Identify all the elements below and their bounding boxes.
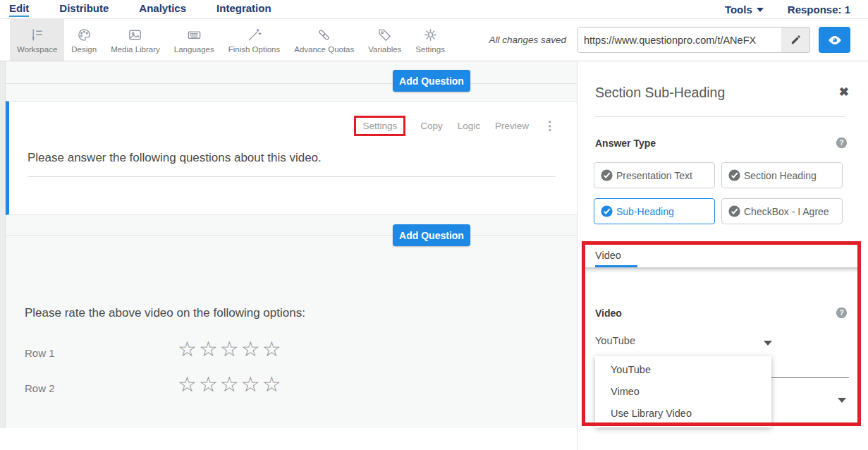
panel-title: Section Sub-Heading	[595, 85, 725, 101]
toolbar-item-design[interactable]: Design	[64, 19, 104, 61]
check-circle-icon	[728, 169, 740, 181]
add-question-button-middle[interactable]: Add Question	[393, 224, 470, 246]
response-count[interactable]: Response: 1	[788, 4, 850, 16]
star-icon[interactable]: ☆	[241, 339, 260, 360]
pencil-icon	[790, 34, 802, 46]
tab-video[interactable]: Video	[595, 250, 621, 261]
question-settings-button[interactable]: Settings	[354, 116, 405, 136]
star-icon[interactable]: ☆	[220, 374, 239, 395]
tools-label: Tools	[725, 4, 752, 16]
question-preview-button[interactable]: Preview	[495, 121, 529, 131]
svg-text:?: ?	[839, 309, 843, 317]
star-icon[interactable]: ☆	[178, 339, 197, 360]
nav-tab-integration[interactable]: Integration	[216, 2, 271, 17]
help-icon[interactable]: ?	[836, 307, 848, 319]
check-circle-icon	[601, 169, 613, 181]
toolbar-item-settings[interactable]: Settings	[408, 19, 452, 61]
chevron-down-icon[interactable]	[838, 398, 846, 403]
answer-type-label: Answer Type	[595, 138, 656, 149]
dropdown-option-youtube[interactable]: YouTube	[595, 359, 771, 381]
toolbar-item-workspace[interactable]: Workspace	[10, 19, 64, 61]
toolbar-item-variables[interactable]: Variables	[361, 19, 408, 61]
languages-keyboard-icon	[186, 27, 202, 43]
check-circle-icon	[728, 205, 740, 217]
answer-type-option-label: Section Heading	[744, 170, 817, 181]
question-action-menu: Settings Copy Logic Preview ⋮	[354, 118, 556, 133]
toolbar-item-label: Settings	[415, 45, 445, 54]
settings-gear-icon	[422, 27, 439, 43]
question-copy-button[interactable]: Copy	[420, 121, 443, 131]
edit-url-button[interactable]	[781, 28, 809, 52]
canvas-left-gutter	[0, 61, 6, 428]
top-nav-right: Tools Response: 1	[725, 4, 868, 16]
toolbar-spacer	[452, 19, 489, 61]
rating-row2-label: Row 2	[25, 382, 55, 394]
star-icon[interactable]: ☆	[199, 339, 218, 360]
dropdown-option-vimeo[interactable]: Vimeo	[595, 381, 771, 403]
add-question-button-top[interactable]: Add Question	[393, 70, 470, 92]
workspace-icon	[29, 27, 45, 43]
chevron-down-icon[interactable]	[764, 341, 772, 346]
question1-underline	[27, 176, 556, 177]
top-nav: Edit Distribute Analytics Integration To…	[0, 0, 868, 19]
star-icon[interactable]: ☆	[220, 339, 239, 360]
variables-tag-icon	[377, 27, 393, 43]
rating-row1-label: Row 1	[25, 347, 55, 359]
kebab-menu-icon[interactable]: ⋮	[544, 118, 556, 133]
video-source-dropdown: YouTube Vimeo Use Library Video	[595, 356, 771, 427]
toolbar-item-advance-quotas[interactable]: Advance Quotas	[287, 19, 361, 61]
toolbar-item-finish-options[interactable]: Finish Options	[221, 19, 288, 61]
help-icon[interactable]: ?	[836, 137, 848, 149]
svg-text:?: ?	[839, 139, 843, 147]
rating-row2-stars: ☆ ☆ ☆ ☆ ☆	[178, 374, 281, 395]
question-logic-button[interactable]: Logic	[458, 121, 480, 131]
panel-divider	[595, 116, 845, 117]
toolbar-item-media-library[interactable]: Media Library	[104, 19, 167, 61]
answer-type-section-heading[interactable]: Section Heading	[721, 162, 843, 188]
editor-toolbar: Workspace Design Media Library Languages	[0, 19, 868, 61]
tools-menu[interactable]: Tools	[725, 4, 764, 16]
toolbar-item-label: Media Library	[111, 45, 160, 54]
tabbar-shadow	[585, 269, 859, 273]
answer-type-sub-heading[interactable]: Sub-Heading	[594, 198, 715, 224]
star-icon[interactable]: ☆	[262, 374, 281, 395]
survey-url-group	[577, 27, 810, 53]
nav-tab-analytics[interactable]: Analytics	[139, 2, 186, 17]
survey-url-input[interactable]	[578, 28, 781, 52]
answer-type-presentation-text[interactable]: Presentation Text	[594, 162, 715, 188]
nav-tab-distribute[interactable]: Distribute	[59, 2, 109, 17]
question2-text[interactable]: Please rate the above video on the follo…	[25, 306, 305, 320]
video-source-label: Video	[595, 308, 622, 319]
question-block-selected[interactable]: Settings Copy Logic Preview ⋮ Please ans…	[6, 101, 577, 215]
save-status: All changes saved	[489, 35, 566, 45]
rating-row1-stars: ☆ ☆ ☆ ☆ ☆	[178, 339, 281, 360]
star-icon[interactable]: ☆	[199, 374, 218, 395]
star-icon[interactable]: ☆	[262, 339, 281, 360]
chevron-down-icon	[757, 8, 764, 12]
toolbar-item-languages[interactable]: Languages	[167, 19, 221, 61]
star-icon[interactable]: ☆	[178, 374, 197, 395]
advance-quotas-link-icon	[316, 27, 332, 43]
survey-canvas: Add Question Settings Copy Logic Preview…	[0, 61, 577, 450]
media-library-icon	[127, 27, 143, 43]
toolbar-item-label: Variables	[368, 45, 401, 54]
question1-text[interactable]: Please answer the following questions ab…	[27, 151, 322, 165]
answer-type-option-label: CheckBox - I Agree	[744, 206, 829, 217]
top-nav-left: Edit Distribute Analytics Integration	[0, 2, 271, 17]
check-circle-icon	[601, 205, 613, 217]
dropdown-option-use-library-video[interactable]: Use Library Video	[595, 403, 771, 425]
toolbar-item-label: Workspace	[17, 45, 57, 54]
design-palette-icon	[76, 27, 92, 43]
finish-options-wand-icon	[246, 27, 262, 43]
toolbar-item-label: Finish Options	[228, 45, 281, 54]
video-source-select[interactable]: YouTube	[595, 335, 635, 346]
question-settings-panel: Section Sub-Heading ✖ Answer Type ? Pres…	[577, 61, 868, 450]
section-divider	[6, 83, 577, 84]
close-icon[interactable]: ✖	[839, 85, 849, 99]
eye-icon	[827, 32, 843, 48]
nav-tab-edit[interactable]: Edit	[9, 2, 29, 17]
answer-type-checkbox-i-agree[interactable]: CheckBox - I Agree	[721, 198, 843, 224]
answer-type-option-label: Sub-Heading	[616, 206, 674, 217]
star-icon[interactable]: ☆	[241, 374, 260, 395]
preview-survey-button[interactable]	[819, 27, 850, 53]
